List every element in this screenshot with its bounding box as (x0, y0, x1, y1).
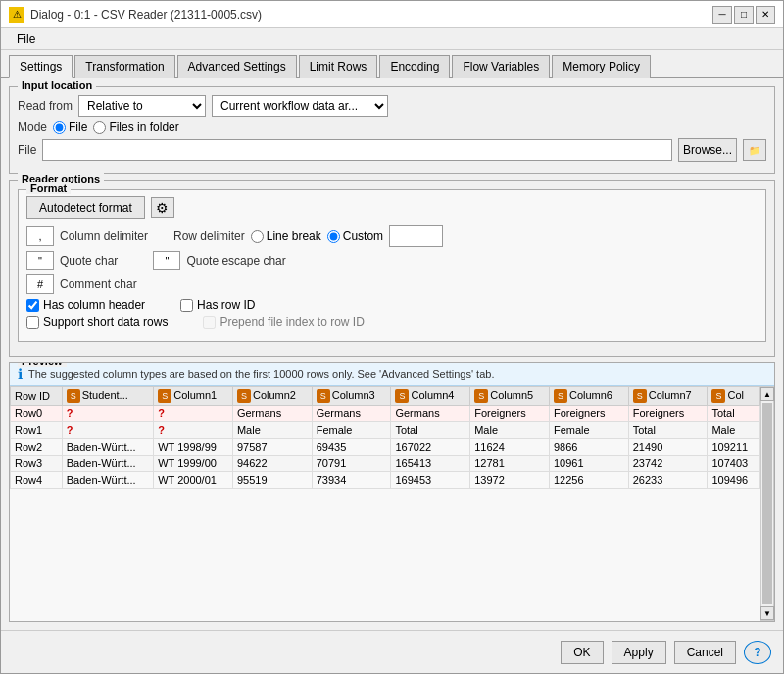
table-cell: 97587 (232, 439, 312, 456)
mode-folder-radio[interactable] (93, 121, 106, 134)
autodetect-button[interactable]: Autodetect format (26, 196, 145, 219)
line-break-radio[interactable] (251, 230, 264, 243)
gear-icon (156, 200, 169, 216)
tab-encoding[interactable]: Encoding (379, 55, 450, 78)
support-short-item[interactable]: Support short data rows (26, 315, 168, 329)
table-cell: 12781 (470, 456, 550, 472)
cancel-button[interactable]: Cancel (674, 641, 736, 664)
title-bar-left: ⚠ Dialog - 0:1 - CSV Reader (21311-0005.… (9, 7, 262, 23)
table-cell: Male (470, 422, 550, 439)
table-cell: 167022 (391, 439, 470, 456)
tab-settings[interactable]: Settings (9, 55, 73, 78)
read-from-label: Read from (18, 99, 73, 113)
tab-advanced[interactable]: Advanced Settings (177, 55, 297, 78)
line-break-option[interactable]: Line break (251, 229, 321, 243)
table-cell: Row1 (11, 422, 63, 439)
table-row: Row4Baden-Württ...WT 2000/01955197393416… (11, 472, 760, 489)
custom-value-input[interactable]: \r\n (389, 225, 443, 247)
table-cell: 10961 (549, 456, 628, 472)
th-col1: SColumn1 (154, 387, 233, 406)
th-col2: SColumn2 (232, 387, 312, 406)
table-cell: Female (549, 422, 628, 439)
quote-char-label: Quote char (60, 254, 118, 267)
table-cell: Foreigners (549, 406, 628, 422)
tab-limit-rows[interactable]: Limit Rows (299, 55, 378, 78)
th-col3: SColumn3 (312, 387, 391, 406)
table-cell: Male (708, 422, 760, 439)
quote-char-box: " (26, 251, 54, 270)
mode-folder-option[interactable]: Files in folder (93, 120, 178, 134)
browse-button[interactable]: Browse... (678, 138, 737, 162)
file-menu[interactable]: File (9, 30, 43, 48)
scroll-thumb[interactable] (762, 403, 772, 604)
mode-folder-label: Files in folder (109, 120, 178, 134)
scroll-up-button[interactable]: ▲ (760, 387, 774, 401)
quote-escape-box: " (153, 251, 180, 270)
custom-label: Custom (343, 229, 383, 243)
table-scroll[interactable]: Row ID SStudent... SColumn1 SColumn2 SCo… (10, 386, 760, 621)
file-label: File (18, 143, 36, 157)
checkboxes-row2: Support short data rows Prepend file ind… (26, 315, 758, 329)
custom-option[interactable]: Custom (327, 229, 383, 243)
tab-flow-variables[interactable]: Flow Variables (452, 55, 550, 78)
apply-button[interactable]: Apply (612, 641, 666, 664)
file-row: File 21311-0005.csv Browse... 📁 (18, 138, 766, 162)
prepend-file-checkbox (203, 316, 216, 329)
table-cell: Row2 (11, 439, 63, 456)
input-location-label: Input location (18, 79, 96, 91)
ok-button[interactable]: OK (561, 641, 603, 664)
window-icon: ⚠ (9, 7, 24, 23)
quote-escape-label: Quote escape char (186, 254, 285, 267)
comment-row: # Comment char (26, 274, 758, 294)
file-input[interactable]: 21311-0005.csv (42, 139, 672, 161)
read-from-select[interactable]: Relative to (78, 95, 206, 117)
support-short-checkbox[interactable] (26, 316, 39, 329)
table-cell: 109211 (708, 439, 760, 456)
table-cell: Total (391, 422, 470, 439)
table-cell: Foreigners (628, 406, 708, 422)
format-group: Format Autodetect format , Column delimi… (18, 189, 766, 342)
delimiter-row: , Column delimiter Row delimiter Line br… (26, 225, 758, 247)
read-from-row: Read from Relative to Current workflow d… (18, 95, 766, 117)
mode-file-option[interactable]: File (53, 120, 87, 134)
table-cell: 169453 (391, 472, 470, 489)
table-cell: 70791 (312, 456, 391, 472)
menu-bar: File (1, 28, 783, 50)
table-cell: Row3 (11, 456, 63, 472)
workflow-select[interactable]: Current workflow data ar... (212, 95, 388, 117)
has-row-id-checkbox[interactable] (180, 299, 193, 312)
prepend-file-item: Prepend file index to row ID (203, 315, 364, 329)
custom-radio[interactable] (327, 230, 340, 243)
minimize-button[interactable]: ─ (712, 6, 732, 24)
table-cell: 69435 (312, 439, 391, 456)
table-cell: 107403 (708, 456, 760, 472)
file-icon-button[interactable]: 📁 (743, 139, 766, 161)
prepend-file-label: Prepend file index to row ID (220, 315, 364, 329)
table-header-row: Row ID SStudent... SColumn1 SColumn2 SCo… (11, 387, 760, 406)
table-cell: 109496 (708, 472, 760, 489)
th-col5: SColumn5 (470, 387, 550, 406)
mode-file-radio[interactable] (53, 121, 66, 134)
table-cell: 9866 (549, 439, 628, 456)
table-cell: 73934 (312, 472, 391, 489)
comment-char-label: Comment char (60, 277, 137, 291)
close-button[interactable]: ✕ (756, 6, 775, 24)
has-column-header-item[interactable]: Has column header (26, 298, 145, 312)
scroll-down-button[interactable]: ▼ (760, 606, 774, 620)
restore-button[interactable]: □ (734, 6, 754, 24)
tab-transformation[interactable]: Transformation (74, 55, 174, 78)
gear-button[interactable] (151, 197, 174, 218)
support-short-label: Support short data rows (43, 315, 168, 329)
table-cell: WT 1999/00 (154, 456, 233, 472)
table-cell: Female (312, 422, 391, 439)
help-button[interactable]: ? (744, 641, 771, 664)
preview-table-wrapper[interactable]: Row ID SStudent... SColumn1 SColumn2 SCo… (10, 386, 774, 621)
column-delimiter-label: Column delimiter (60, 229, 148, 243)
tab-memory-policy[interactable]: Memory Policy (552, 55, 651, 78)
has-column-header-checkbox[interactable] (26, 299, 39, 312)
has-row-id-item[interactable]: Has row ID (180, 298, 255, 312)
window-title: Dialog - 0:1 - CSV Reader (21311-0005.cs… (30, 8, 262, 22)
vertical-scrollbar[interactable]: ▲ ▼ (760, 386, 774, 621)
table-row: Row3Baden-Württ...WT 1999/00946227079116… (11, 456, 760, 472)
table-cell: ? (62, 406, 153, 422)
